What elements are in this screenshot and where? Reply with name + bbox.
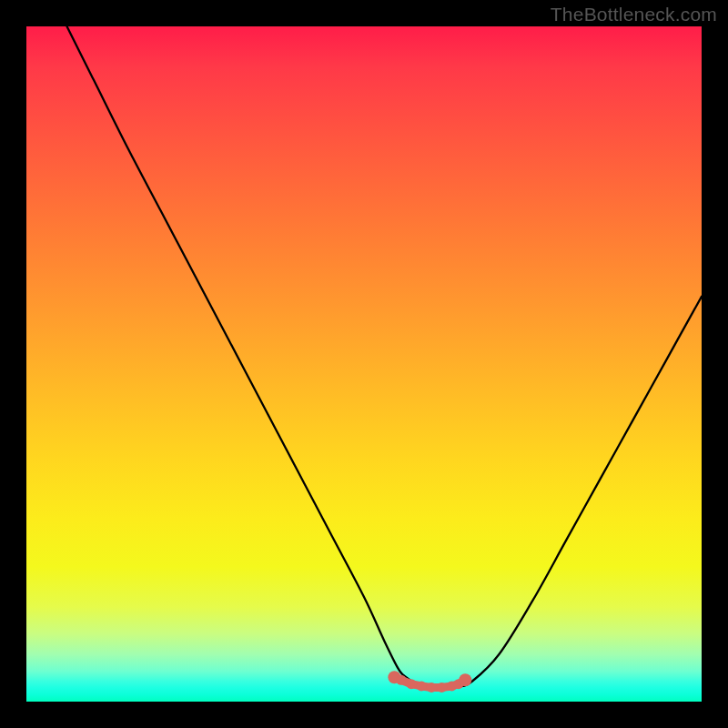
floor-dot bbox=[427, 682, 437, 693]
chart-frame: TheBottleneck.com bbox=[0, 0, 728, 728]
floor-dot bbox=[406, 679, 416, 689]
floor-dot bbox=[437, 682, 447, 693]
floor-dot bbox=[417, 681, 427, 691]
floor-dot bbox=[459, 673, 471, 686]
floor-dots-group bbox=[388, 671, 471, 693]
watermark-text: TheBottleneck.com bbox=[551, 4, 717, 25]
curve-svg bbox=[26, 26, 702, 702]
plot-area bbox=[26, 26, 702, 702]
bottleneck-curve bbox=[67, 26, 702, 689]
floor-dot bbox=[396, 675, 406, 685]
